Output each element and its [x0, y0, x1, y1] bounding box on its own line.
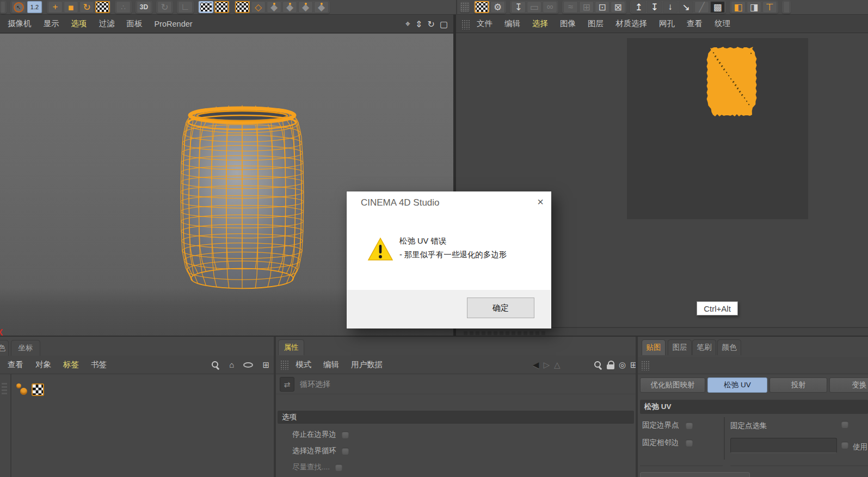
object-row-handle[interactable] — [2, 383, 7, 395]
uv-panel-grip[interactable] — [641, 361, 650, 370]
uv-disable-icon[interactable]: ⊠ — [611, 1, 625, 13]
tab-贴图[interactable]: 贴图 — [642, 339, 666, 355]
tab-图层[interactable]: 图层 — [668, 339, 692, 355]
texture-tag-icon[interactable] — [32, 383, 44, 396]
menu-item-选择[interactable]: 选择 — [532, 18, 548, 29]
uv-mode-button-松弛 UV[interactable]: 松弛 UV — [707, 377, 767, 393]
menu-item-材质选择[interactable]: 材质选择 — [615, 18, 647, 29]
menu-item-过滤[interactable]: 过滤 — [99, 18, 115, 29]
menu-item-选项[interactable]: 选项 — [71, 18, 87, 29]
uv-fit-up-icon[interactable]: ↥ — [631, 1, 646, 13]
uv-mode-button-变换[interactable]: 变换 — [829, 377, 868, 393]
tab-笔刷[interactable]: 笔刷 — [692, 339, 716, 355]
menu-item-显示[interactable]: 显示 — [44, 18, 59, 29]
history-forward-icon[interactable]: ▷ — [544, 360, 550, 370]
uv-drop-icon[interactable]: ↓ — [663, 1, 678, 13]
parent-up-icon[interactable]: △ — [554, 360, 561, 370]
checkbox-固定边界点[interactable] — [686, 422, 693, 429]
tab-attributes[interactable]: 属性 — [278, 339, 304, 355]
fg-swatch-icon[interactable]: ◧ — [731, 1, 746, 13]
partial-button[interactable] — [640, 472, 750, 477]
use-checkbox[interactable] — [841, 442, 848, 449]
uv-checker-apply-icon[interactable]: ▩ — [710, 1, 725, 13]
uv-fit-down-icon[interactable]: ↧ — [647, 1, 662, 13]
tab-颜色[interactable]: 颜色 — [717, 339, 741, 355]
partial-right-icon[interactable] — [783, 1, 790, 13]
partial-tool-icon[interactable] — [1, 1, 5, 13]
cube-outline-icon[interactable]: ◇ — [251, 1, 266, 13]
axis-lock-icon[interactable]: ∟ — [178, 1, 193, 13]
menu-item-纹理[interactable]: 纹理 — [715, 18, 730, 29]
menubar-grip[interactable] — [461, 20, 470, 29]
menu-item-标签[interactable]: 标签 — [63, 360, 79, 370]
cube-mode-icon-1[interactable]: ◆ — [267, 1, 281, 13]
material-spheres-icon[interactable] — [15, 382, 30, 397]
menu-item-编辑[interactable]: 编辑 — [504, 18, 520, 29]
search-icon[interactable] — [211, 361, 220, 369]
menu-item-书签[interactable]: 书签 — [91, 360, 107, 370]
checkbox-尽量查找....[interactable] — [335, 464, 342, 471]
points-tool-icon[interactable]: ∴ — [116, 1, 131, 13]
rotate-tool-icon[interactable]: ↻ — [79, 1, 94, 13]
options-section-header[interactable]: 选项 — [278, 411, 634, 424]
rotate-snap-icon[interactable]: ↻ — [157, 1, 172, 13]
view-rotate-icon[interactable]: ↻ — [427, 19, 434, 29]
uv-mode-button-优化贴图映射[interactable]: 优化贴图映射 — [640, 377, 705, 393]
dialog-close-icon[interactable]: × — [537, 196, 544, 208]
gear-icon[interactable]: ⚙ — [490, 1, 505, 13]
cube-checker-icon[interactable] — [235, 1, 250, 13]
history-back-icon[interactable]: ◀ — [533, 360, 539, 370]
cube-mode-icon-3[interactable]: ◆ — [298, 1, 313, 13]
ok-button[interactable]: 确定 — [467, 298, 534, 318]
menu-item-网孔[interactable]: 网孔 — [659, 18, 675, 29]
checkbox-选择边界循环[interactable] — [342, 448, 349, 455]
menu-item-ProRender[interactable]: ProRender — [155, 20, 193, 28]
view-toggle-icon[interactable]: ▢ — [440, 19, 448, 29]
menu-item-编辑[interactable]: 编辑 — [323, 360, 339, 370]
uv-collapse-icon[interactable]: ↘ — [679, 1, 693, 13]
cube-mode-icon-2[interactable]: ◆ — [282, 1, 297, 13]
target-icon[interactable]: ◎ — [619, 360, 626, 370]
menu-item-面板[interactable]: 面板 — [127, 18, 143, 29]
view-zoom-icon[interactable]: ⇕ — [415, 19, 422, 29]
add-view-icon[interactable]: ⊞ — [262, 360, 269, 370]
pin-point-selection-checkbox[interactable] — [841, 421, 848, 428]
uv-mode-button-投射[interactable]: 投射 — [769, 377, 827, 393]
select-cursor-icon[interactable]: ↖ — [11, 1, 26, 13]
filter-eye-icon[interactable] — [243, 362, 253, 368]
tab-coordinates[interactable]: 坐标 — [11, 340, 40, 356]
uv-polygons-icon[interactable] — [214, 1, 229, 13]
toolbar-grip[interactable] — [460, 2, 469, 12]
view-pan-icon[interactable]: ⌖ — [405, 19, 410, 29]
move-tool-icon[interactable]: + — [48, 1, 63, 13]
search-icon[interactable] — [594, 361, 602, 369]
tab-color-partial[interactable]: 色 — [0, 340, 9, 356]
texture-checker-icon[interactable] — [475, 1, 489, 13]
menu-item-查看[interactable]: 查看 — [8, 360, 23, 370]
checkbox-停止在边界边[interactable] — [342, 431, 349, 438]
last-used-tool-icon[interactable] — [95, 1, 110, 13]
attributes-grip[interactable] — [280, 360, 289, 370]
menu-item-模式[interactable]: 模式 — [296, 360, 311, 370]
cube-mode-icon-4[interactable]: ◆ — [314, 1, 329, 13]
layer-bar-icon[interactable]: ⊤ — [762, 1, 777, 13]
bg-swatch-icon[interactable]: ◨ — [747, 1, 761, 13]
menu-item-文件[interactable]: 文件 — [477, 18, 493, 29]
menu-item-摄像机[interactable]: 摄像机 — [8, 18, 32, 29]
pin-column-icon[interactable]: ↧ — [511, 1, 526, 13]
grid-icon[interactable]: ⊞ — [579, 1, 594, 13]
menu-item-图层[interactable]: 图层 — [588, 18, 604, 29]
scale-tool-icon[interactable]: ◼ — [64, 1, 78, 13]
texture-canvas[interactable] — [627, 38, 808, 219]
home-icon[interactable]: ⌂ — [229, 360, 234, 369]
menu-item-用户数据[interactable]: 用户数据 — [351, 360, 383, 370]
coordinates-123-icon[interactable]: 1.2 — [27, 1, 42, 13]
object-list-area[interactable] — [0, 374, 274, 477]
uv-relax-disabled-icon[interactable]: ╱ — [694, 1, 709, 13]
relax-uv-section-header[interactable]: 松弛 UV — [640, 400, 868, 414]
pin-point-selection-input[interactable] — [730, 438, 837, 453]
menu-item-图像[interactable]: 图像 — [560, 18, 576, 29]
menu-item-对象[interactable]: 对象 — [35, 360, 51, 370]
uv-grid-icon[interactable]: ⊡ — [595, 1, 610, 13]
frame-icon[interactable]: ▭ — [527, 1, 541, 13]
